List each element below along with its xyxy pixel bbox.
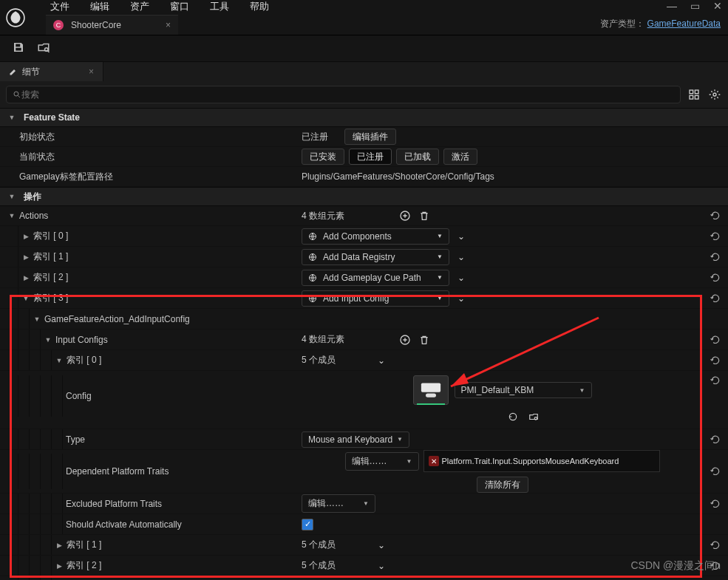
details-tab-close-icon[interactable]: × [89,66,94,77]
svg-rect-15 [426,393,436,397]
chevron-right-icon[interactable]: ▶ [55,542,64,549]
reset-icon[interactable] [703,434,728,445]
details-tab[interactable]: 细节 × [0,62,103,81]
reset-icon[interactable] [703,252,728,262]
search-input[interactable] [21,89,674,100]
chevron-down-icon[interactable]: ▼ [7,212,16,219]
row-input-configs: ▼Input Configs 4 数组元素 [0,330,728,350]
action-dropdown-2[interactable]: Add Gameplay Cue Path▼ [302,270,449,286]
row-class-name: ▼GameFeatureAction_AddInputConfig [0,309,728,330]
chevron-down-icon[interactable]: ▼ [55,357,64,364]
window-minimize-icon[interactable]: — [667,0,677,12]
browse-asset-icon[interactable] [526,409,541,424]
reset-icon[interactable] [703,211,728,221]
expand-icon[interactable]: ⌄ [454,229,469,244]
row-tag-path: Gameplay标签配置路径 Plugins/GameFeatures/Shoo… [0,167,728,187]
action-index-label: 索引 [ 0 ] [33,230,68,242]
chevron-down-icon: ▼ [7,193,16,200]
window-close-icon[interactable]: ✕ [713,0,722,12]
remove-tag-icon[interactable]: ✕ [429,456,439,466]
action-dropdown-1[interactable]: Add Data Registry▼ [302,249,449,265]
menu-edit[interactable]: 编辑 [90,0,109,13]
add-element-icon[interactable] [398,332,412,347]
window-maximize-icon[interactable]: ▭ [690,0,700,12]
chevron-down-icon[interactable]: ▼ [33,315,41,323]
pill-registered[interactable]: 已注册 [349,149,392,165]
action-index-label: 索引 [ 3 ] [33,292,68,304]
trait-tag-text: Platform.Trait.Input.SupportsMouseAndKey… [442,457,619,465]
trait-tag: ✕ Platform.Trait.Input.SupportsMouseAndK… [429,456,619,466]
ue-logo-icon [6,8,25,27]
svg-rect-3 [690,90,693,94]
chevron-right-icon[interactable]: ▶ [21,274,30,282]
reset-icon[interactable] [703,499,728,509]
asset-thumbnail[interactable] [413,375,449,405]
row-action-0: ▶索引 [ 0 ] Add Components▼ ⌄ [0,226,728,247]
add-element-icon[interactable] [398,208,412,223]
row-action-3: ▼索引 [ 3 ] Add Input Config▼ ⌄ [0,288,728,309]
reset-icon[interactable] [703,466,728,477]
row-action-2: ▶索引 [ 2 ] Add Gameplay Cue Path▼ ⌄ [0,267,728,288]
members-text: 5 个成员 [302,559,336,572]
delete-icon[interactable] [417,208,432,223]
chevron-down-icon[interactable]: ▼ [44,336,52,344]
edit-traits-dropdown[interactable]: 编辑……▼ [345,452,419,471]
clear-all-button[interactable]: 清除所有 [477,477,528,493]
main-menu: 文件 编辑 资产 窗口 工具 帮助 [50,0,269,13]
section-feature-state[interactable]: ▼ Feature State [0,108,728,127]
auto-activate-checkbox[interactable]: ✓ [302,519,313,530]
reset-icon[interactable] [703,540,728,550]
reset-icon[interactable] [703,335,728,345]
pill-installed[interactable]: 已安装 [302,149,344,165]
chevron-right-icon[interactable]: ▶ [21,233,30,240]
view-grid-icon[interactable] [687,87,701,102]
type-dropdown[interactable]: Mouse and Keyboard▼ [302,431,409,448]
pill-loaded[interactable]: 已加载 [396,149,439,165]
reset-icon[interactable] [703,355,728,366]
chevron-right-icon[interactable]: ▶ [21,253,30,261]
initial-state-label: 初始状态 [19,131,55,143]
menu-help[interactable]: 帮助 [250,0,269,13]
menu-window[interactable]: 窗口 [170,0,189,13]
asset-type-link[interactable]: GameFeatureData [647,18,721,29]
document-tab[interactable]: C ShooterCore × [46,15,178,35]
tab-close-icon[interactable]: × [166,20,171,30]
use-selected-icon[interactable] [506,409,520,424]
expand-icon[interactable]: ⌄ [374,353,389,368]
action-dropdown-0[interactable]: Add Components▼ [302,228,449,245]
type-label: Type [66,434,85,445]
expand-icon[interactable]: ⌄ [454,270,469,285]
config-asset-dropdown[interactable]: PMI_Default_KBM▼ [455,382,592,398]
globe-icon [308,294,317,303]
auto-activate-label: Should Activate Automatically [66,519,182,530]
expand-icon[interactable]: ⌄ [374,538,389,553]
settings-icon[interactable] [707,87,722,102]
chevron-right-icon[interactable]: ▶ [55,562,64,570]
expand-icon[interactable]: ⌄ [454,291,469,306]
section-actions[interactable]: ▼ 操作 [0,187,728,206]
row-dependent-traits: Dependent Platform Traits 编辑……▼ ✕ Platfo… [0,450,728,494]
chevron-down-icon[interactable]: ▼ [21,295,30,302]
delete-icon[interactable] [417,332,432,347]
reset-icon[interactable] [703,273,728,283]
edit-excluded-dropdown[interactable]: 编辑……▼ [302,494,375,513]
edit-plugin-button[interactable]: 编辑插件 [344,129,396,145]
svg-rect-4 [695,90,698,94]
pill-active[interactable]: 激活 [443,149,477,165]
menu-file[interactable]: 文件 [50,0,69,13]
reset-icon[interactable] [703,231,728,242]
search-input-wrap[interactable] [6,86,681,103]
expand-icon[interactable]: ⌄ [374,559,389,573]
input-configs-label: Input Configs [55,335,108,345]
browse-icon[interactable] [37,41,50,56]
action-dropdown-3[interactable]: Add Input Config▼ [302,290,449,307]
row-config: Config PMI_Default_KBM▼ [0,371,728,429]
save-icon[interactable] [12,41,25,56]
menu-tools[interactable]: 工具 [210,0,229,13]
reset-icon[interactable] [703,293,728,304]
menu-asset[interactable]: 资产 [130,0,149,13]
details-tab-label: 细节 [22,66,40,78]
expand-icon[interactable]: ⌄ [454,250,469,265]
row-inputconfig-1: ▶索引 [ 1 ] 5 个成员⌄ [0,535,728,556]
reset-icon[interactable] [703,375,728,386]
